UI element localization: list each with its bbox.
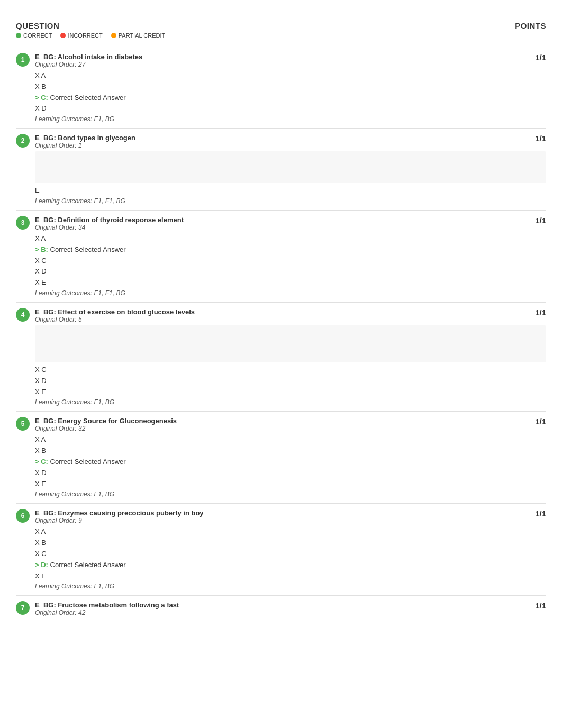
question-block: 3E_BG: Definition of thyroid response el…	[16, 211, 546, 303]
question-points: 1/1	[535, 417, 546, 426]
partial-dot-icon	[111, 33, 116, 38]
answer-line: X E	[35, 571, 546, 582]
answer-prefix: X D	[35, 469, 47, 477]
answer-line: X D	[35, 103, 546, 114]
answer-line: E	[35, 185, 546, 196]
answer-list: E	[16, 151, 546, 196]
question-title-block: E_BG: Enzymes causing precocious puberty…	[35, 509, 204, 524]
answer-line: > B: Correct Selected Answer	[35, 244, 546, 256]
answer-line: X C	[35, 256, 546, 267]
header-row: QUESTION CORRECT INCORRECT PARTIAL CREDI…	[16, 21, 546, 42]
answer-line: X A	[35, 70, 546, 81]
question-left: 1E_BG: Alcohol intake in diabetesOrigina…	[16, 53, 524, 68]
answer-prefix: X C	[35, 550, 47, 558]
header-left: QUESTION CORRECT INCORRECT PARTIAL CREDI…	[16, 21, 165, 39]
question-title: E_BG: Bond types in glycogen	[35, 134, 135, 142]
answer-prefix: > D:	[35, 561, 50, 569]
question-order: Original Order: 9	[35, 517, 204, 524]
answer-prefix: X E	[35, 572, 46, 580]
question-left: 7E_BG: Fructose metabolism following a f…	[16, 601, 524, 616]
question-header: 6E_BG: Enzymes causing precocious pubert…	[16, 509, 546, 524]
question-header: 4E_BG: Effect of exercise on blood gluco…	[16, 308, 546, 323]
answer-prefix: X D	[35, 377, 47, 385]
answer-prefix: X E	[35, 278, 46, 286]
answer-prefix: E	[35, 186, 40, 194]
answer-label: Correct Selected Answer	[50, 561, 126, 569]
question-header: 5E_BG: Energy Source for Gluconeogenesis…	[16, 417, 546, 432]
question-title: E_BG: Effect of exercise on blood glucos…	[35, 308, 195, 316]
question-badge: 7	[16, 601, 30, 615]
incorrect-dot-icon	[60, 33, 66, 38]
question-title-block: E_BG: Bond types in glycogenOriginal Ord…	[35, 134, 135, 149]
question-title-block: E_BG: Energy Source for GluconeogenesisO…	[35, 417, 177, 432]
question-points: 1/1	[535, 53, 546, 62]
question-points: 1/1	[535, 601, 546, 610]
answer-line: X A	[35, 526, 546, 538]
answer-line: > C: Correct Selected Answer	[35, 93, 546, 104]
answer-prefix: X A	[35, 234, 46, 242]
question-badge: 5	[16, 417, 30, 431]
blurred-content	[35, 325, 546, 362]
question-points: 1/1	[535, 509, 546, 518]
answer-prefix: X B	[35, 447, 46, 454]
answer-line: X B	[35, 445, 546, 457]
answer-prefix: > C:	[35, 458, 50, 466]
question-block: 5E_BG: Energy Source for Gluconeogenesis…	[16, 412, 546, 504]
question-order: Original Order: 34	[35, 224, 184, 231]
question-left: 2E_BG: Bond types in glycogenOriginal Or…	[16, 134, 524, 149]
legend: CORRECT INCORRECT PARTIAL CREDIT	[16, 32, 165, 39]
question-block: 4E_BG: Effect of exercise on blood gluco…	[16, 303, 546, 412]
answer-line: X E	[35, 277, 546, 288]
question-badge: 2	[16, 134, 30, 148]
page-container: QUESTION CORRECT INCORRECT PARTIAL CREDI…	[0, 0, 562, 645]
question-title: E_BG: Definition of thyroid response ele…	[35, 216, 184, 224]
answer-line: > D: Correct Selected Answer	[35, 560, 546, 571]
question-left: 4E_BG: Effect of exercise on blood gluco…	[16, 308, 524, 323]
answer-line: X D	[35, 376, 546, 387]
answer-prefix: X B	[35, 539, 46, 547]
question-order: Original Order: 1	[35, 142, 135, 149]
answer-list: X A> B: Correct Selected AnswerX CX DX E	[16, 233, 546, 288]
answer-prefix: X D	[35, 104, 47, 112]
answer-prefix: X D	[35, 267, 47, 275]
legend-partial-label: PARTIAL CREDIT	[119, 32, 165, 39]
answer-prefix: X A	[35, 71, 46, 79]
question-header-title: QUESTION	[16, 21, 165, 30]
question-badge: 1	[16, 53, 30, 67]
answer-line: X D	[35, 266, 546, 277]
question-title-block: E_BG: Definition of thyroid response ele…	[35, 216, 184, 231]
answer-label: Correct Selected Answer	[50, 458, 126, 466]
answer-label: Correct Selected Answer	[50, 245, 126, 253]
legend-incorrect-label: INCORRECT	[68, 32, 102, 39]
question-title-block: E_BG: Alcohol intake in diabetesOriginal…	[35, 53, 142, 68]
answer-line: X E	[35, 387, 546, 398]
learning-outcomes: Learning Outcomes: E1, BG	[16, 583, 546, 590]
question-header: 2E_BG: Bond types in glycogenOriginal Or…	[16, 134, 546, 149]
answer-label: Correct Selected Answer	[50, 94, 126, 102]
answer-line: X A	[35, 434, 546, 445]
learning-outcomes: Learning Outcomes: E1, F1, BG	[16, 197, 546, 205]
learning-outcomes: Learning Outcomes: E1, BG	[16, 490, 546, 498]
answer-line: X E	[35, 479, 546, 490]
question-block: 2E_BG: Bond types in glycogenOriginal Or…	[16, 129, 546, 211]
question-badge: 3	[16, 216, 30, 230]
legend-correct: CORRECT	[16, 32, 52, 39]
questions-list: 1E_BG: Alcohol intake in diabetesOrigina…	[16, 48, 546, 624]
question-order: Original Order: 32	[35, 425, 177, 432]
question-left: 5E_BG: Energy Source for Gluconeogenesis…	[16, 417, 524, 432]
legend-partial: PARTIAL CREDIT	[111, 32, 165, 39]
answer-line: X B	[35, 538, 546, 549]
question-points: 1/1	[535, 216, 546, 225]
correct-dot-icon	[16, 33, 21, 38]
answer-prefix: > B:	[35, 245, 50, 253]
question-title: E_BG: Alcohol intake in diabetes	[35, 53, 142, 61]
answer-prefix: X C	[35, 366, 47, 374]
answer-prefix: X A	[35, 527, 46, 535]
question-order: Original Order: 5	[35, 316, 195, 323]
question-header: 3E_BG: Definition of thyroid response el…	[16, 216, 546, 231]
question-points: 1/1	[535, 308, 546, 317]
answer-list: X CX DX E	[16, 365, 546, 397]
blurred-content	[35, 151, 546, 183]
answer-line: X B	[35, 81, 546, 93]
answer-prefix: X B	[35, 83, 46, 90]
